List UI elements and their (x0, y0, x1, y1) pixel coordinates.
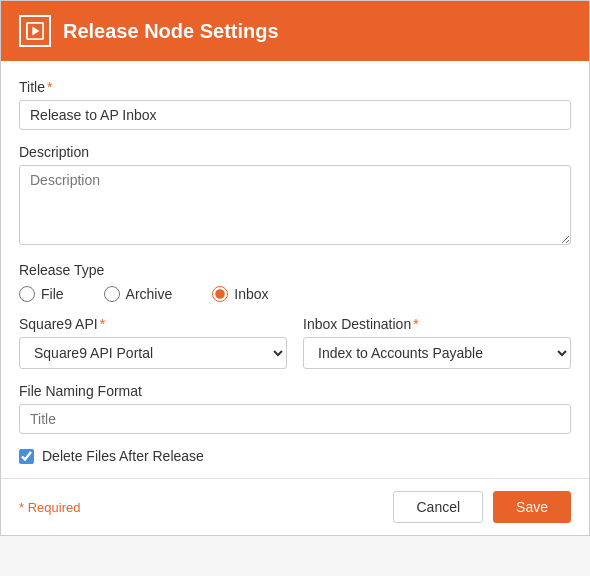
dialog-footer: * Required Cancel Save (1, 478, 589, 535)
square9-api-label: Square9 API* (19, 316, 287, 332)
radio-archive[interactable] (104, 286, 120, 302)
inbox-dest-col: Inbox Destination* Index to Accounts Pay… (303, 316, 571, 369)
radio-file-label[interactable]: File (41, 286, 64, 302)
radio-archive-label[interactable]: Archive (126, 286, 173, 302)
description-input[interactable] (19, 165, 571, 245)
file-naming-label: File Naming Format (19, 383, 571, 399)
svg-marker-1 (32, 27, 39, 36)
radio-group: File Archive Inbox (19, 286, 571, 302)
file-naming-input[interactable] (19, 404, 571, 434)
inbox-dest-select[interactable]: Index to Accounts Payable (303, 337, 571, 369)
radio-file[interactable] (19, 286, 35, 302)
delete-files-label[interactable]: Delete Files After Release (42, 448, 204, 464)
inbox-dest-label: Inbox Destination* (303, 316, 571, 332)
square9-api-select[interactable]: Square9 API Portal (19, 337, 287, 369)
dialog-title: Release Node Settings (63, 20, 279, 43)
title-required-star: * (47, 79, 52, 95)
dialog-container: Release Node Settings Title* Description… (0, 0, 590, 536)
release-type-label: Release Type (19, 262, 571, 278)
radio-inbox[interactable] (212, 286, 228, 302)
square9-api-col: Square9 API* Square9 API Portal (19, 316, 287, 369)
radio-file-option[interactable]: File (19, 286, 64, 302)
delete-files-checkbox[interactable] (19, 449, 34, 464)
save-button[interactable]: Save (493, 491, 571, 523)
description-group: Description (19, 144, 571, 248)
title-group: Title* (19, 79, 571, 130)
dialog-header: Release Node Settings (1, 1, 589, 61)
title-label: Title* (19, 79, 571, 95)
inbox-required-star: * (413, 316, 418, 332)
delete-files-row[interactable]: Delete Files After Release (19, 448, 571, 464)
required-note: * Required (19, 500, 80, 515)
square9-required-star: * (100, 316, 105, 332)
cancel-button[interactable]: Cancel (393, 491, 483, 523)
api-dest-row: Square9 API* Square9 API Portal Inbox De… (19, 316, 571, 369)
dialog-body: Title* Description Release Type File Arc… (1, 61, 589, 464)
title-input[interactable] (19, 100, 571, 130)
footer-buttons: Cancel Save (393, 491, 571, 523)
description-label: Description (19, 144, 571, 160)
radio-inbox-option[interactable]: Inbox (212, 286, 268, 302)
radio-inbox-label[interactable]: Inbox (234, 286, 268, 302)
file-naming-group: File Naming Format (19, 383, 571, 434)
release-node-icon (19, 15, 51, 47)
release-type-section: Release Type File Archive Inbox (19, 262, 571, 302)
radio-archive-option[interactable]: Archive (104, 286, 173, 302)
